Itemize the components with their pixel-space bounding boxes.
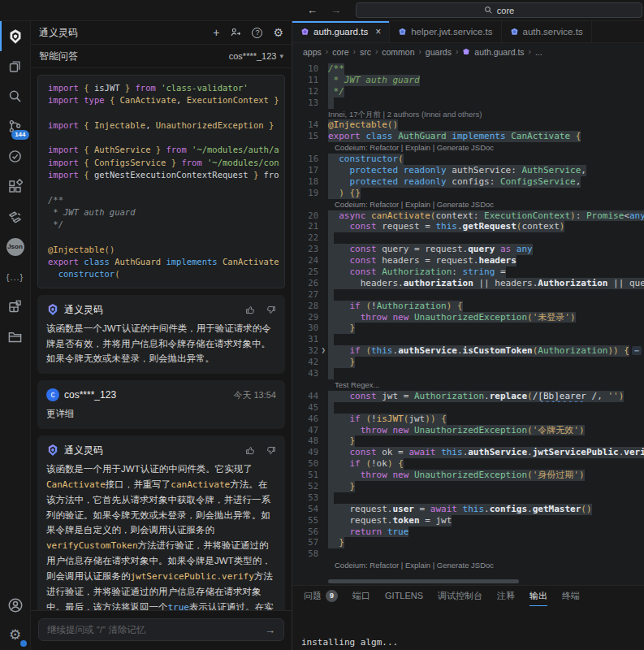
chat-input[interactable]: 继续提问或 "/" 清除记忆 → [38, 618, 284, 641]
code-line[interactable]: 43 [292, 368, 644, 379]
chat-code-line: @Injectable() [48, 244, 284, 256]
code-line[interactable]: 55 request.token = jwt [292, 515, 644, 526]
code-line[interactable]: 58 [292, 548, 644, 560]
nav-forward-icon[interactable]: → [331, 4, 341, 16]
code-line[interactable]: 28 if (!Authorization) { [292, 301, 644, 312]
code-line[interactable]: 30 } [292, 323, 644, 334]
activity-explorer[interactable] [0, 51, 31, 81]
activity-tongyi-lingma[interactable] [0, 21, 31, 51]
code-line[interactable]: 31 [292, 334, 644, 345]
code-line[interactable]: 11 * JWT auth guard [292, 75, 644, 86]
chat-settings-icon[interactable]: ⚙ [273, 27, 283, 38]
code-line[interactable]: 16 constructor( [292, 154, 644, 165]
code-line[interactable]: 14@Injectable() [292, 119, 644, 131]
code-line[interactable]: 53 [292, 492, 644, 504]
breadcrumb-item[interactable]: guards [426, 47, 452, 57]
code-line[interactable]: 21 const request = this.getRequest(conte… [292, 221, 644, 232]
codelens[interactable]: Codeium: Refactor | Explain | Generate J… [292, 560, 494, 571]
code-line[interactable]: 47 throw new UnauthorizedException('令牌无效… [292, 425, 644, 436]
code-line[interactable]: 44 const jwt = Authorization.replace(/[B… [292, 391, 644, 402]
panel-tab-output[interactable]: 输出 [529, 586, 547, 606]
code-line[interactable]: 25 const Authorization: string = [292, 266, 644, 278]
code-line[interactable]: 54 request.user = await this.configs.get… [292, 504, 644, 515]
code-line[interactable]: 20 async canActivate(context: ExecutionC… [292, 210, 644, 222]
code-line[interactable]: 19 ) {} [292, 188, 644, 199]
code-line[interactable]: 32❯ if (this.authService.isCustomToken(A… [292, 345, 644, 357]
breadcrumb-item[interactable]: common [382, 47, 414, 57]
panel-tab-problems[interactable]: 问题9 [304, 586, 338, 606]
thumbs-down-icon[interactable] [266, 445, 276, 456]
code-line[interactable]: 56 return true [292, 526, 644, 538]
folded-code-indicator[interactable]: ⋯ [632, 346, 642, 355]
thumbs-up-icon[interactable] [245, 445, 256, 456]
code-line[interactable]: 27 [292, 289, 644, 301]
code-line[interactable]: 12 */ [292, 86, 644, 98]
breadcrumb-item[interactable]: core [332, 47, 348, 57]
breadcrumb-item[interactable]: src [360, 47, 371, 57]
activity-extensions[interactable] [0, 171, 31, 202]
editor-group: auth.guard.ts × helper.jwt.service.ts au… [292, 21, 644, 650]
code-line[interactable]: 10/** [292, 63, 644, 75]
breadcrumb-item[interactable]: auth.guard.ts [474, 47, 524, 57]
activity-account[interactable] [0, 590, 31, 620]
code-line[interactable]: 52 } [292, 481, 644, 492]
thumbs-up-icon[interactable] [245, 305, 256, 315]
activity-workflow[interactable] [0, 202, 31, 232]
command-search-box[interactable]: core [356, 2, 642, 18]
code-line[interactable]: 17 protected readonly authService: AuthS… [292, 165, 644, 176]
activity-remote-explorer[interactable] [0, 322, 31, 352]
thumbs-down-icon[interactable] [266, 305, 276, 315]
panel-tab-terminal[interactable]: 终端 [562, 586, 580, 606]
activity-search[interactable] [0, 81, 31, 111]
json-icon: Json [6, 238, 24, 256]
close-icon[interactable]: × [375, 26, 381, 37]
panel-tab-comments[interactable]: 注释 [497, 586, 515, 606]
code-line[interactable]: 23 const query = request.query as any [292, 244, 644, 255]
code-line[interactable]: 45 [292, 402, 644, 414]
codelens[interactable]: Test Regex... [292, 379, 379, 391]
new-chat-icon[interactable]: + [213, 27, 219, 38]
activity-snippets[interactable]: {...} [0, 262, 31, 292]
nav-back-icon[interactable]: ← [307, 4, 318, 16]
code-line[interactable]: 46 if (!isJWT(jwt)) { [292, 414, 644, 425]
panel-tab-debug-console[interactable]: 调试控制台 [438, 586, 482, 606]
panel-tab-gitlens[interactable]: GITLENS [385, 586, 423, 606]
code-line[interactable]: 22 [292, 232, 644, 244]
code-line[interactable]: 57 } [292, 537, 644, 548]
account-menu[interactable]: cos****_123 ▾ [229, 51, 283, 61]
code-line[interactable]: 29 throw new UnauthorizedException('未登录'… [292, 312, 644, 323]
horizontal-scrollbar[interactable] [328, 579, 519, 583]
code-line[interactable]: 18 protected readonly configs: ConfigsSe… [292, 176, 644, 188]
code-line[interactable]: 49 const ok = await this.authService.jwt… [292, 447, 644, 458]
ai-author: 通义灵码 [64, 302, 103, 318]
line-number: 31 [292, 334, 325, 345]
code-line[interactable]: 50 if (!ok) { [292, 458, 644, 470]
code-line[interactable]: 42 } [292, 357, 644, 368]
tab-auth-guard[interactable]: auth.guard.ts × [292, 21, 390, 42]
breadcrumb-more[interactable]: ... [535, 47, 542, 57]
activity-json-tool[interactable]: Json [0, 232, 31, 262]
activity-testing[interactable] [0, 141, 31, 171]
breadcrumb-item[interactable]: apps [303, 47, 322, 57]
chat-code-line: import { ConfigsService } from '~/module… [48, 157, 284, 169]
activity-settings[interactable]: ⚙ [0, 620, 31, 650]
fold-chevron-icon[interactable]: ❯ [322, 345, 326, 357]
tab-helper-jwt-service[interactable]: helper.jwt.service.ts [390, 21, 501, 42]
code-line[interactable]: 13 [292, 98, 644, 109]
activity-source-control[interactable]: 144 [0, 111, 31, 141]
codelens[interactable]: Codeium: Refactor | Explain | Generate J… [292, 199, 494, 210]
activity-layout-tool[interactable] [0, 292, 31, 322]
send-icon[interactable]: → [265, 624, 275, 636]
account-switch-icon[interactable] [230, 27, 241, 38]
help-icon[interactable]: ? [252, 28, 262, 38]
panel-tab-ports[interactable]: 端口 [352, 586, 370, 606]
codelens[interactable]: Codeium: Refactor | Explain | Generate J… [292, 142, 494, 154]
code-line[interactable]: 48 } [292, 436, 644, 447]
code-line[interactable]: 15export class AuthGuard implements CanA… [292, 131, 644, 142]
code-line[interactable]: 24 const headers = request.headers [292, 255, 644, 266]
output-console[interactable]: installing algm... Error: EROFS: read-on… [292, 606, 644, 650]
code-editor[interactable]: 10/**11 * JWT auth guard12 */13Innei, 17… [292, 60, 644, 578]
code-line[interactable]: 51 throw new UnauthorizedException('身份过期… [292, 470, 644, 481]
code-line[interactable]: 26 headers.authorization || headers.Auth… [292, 278, 644, 289]
tab-auth-service[interactable]: auth.service.ts [502, 21, 592, 42]
